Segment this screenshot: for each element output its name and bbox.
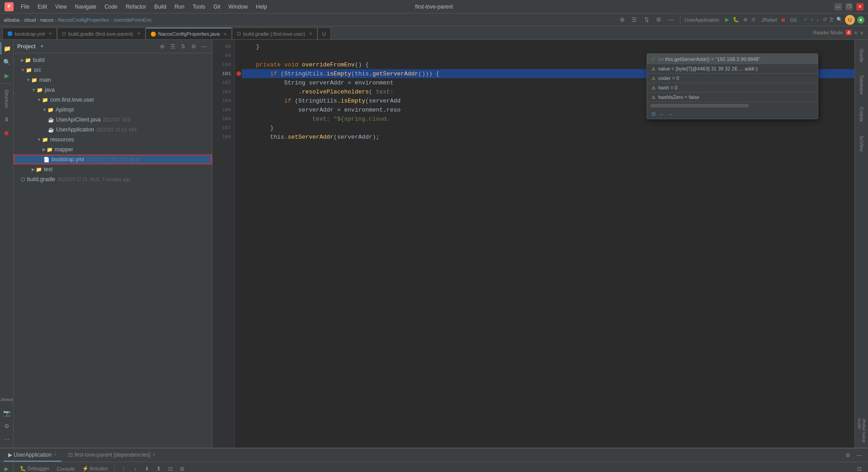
maximize-debug-btn[interactable]: ⊡ [854,464,864,472]
menu-tools[interactable]: Tools [189,3,209,11]
menu-git[interactable]: Git [210,3,224,11]
scroll-down-btn[interactable]: ↓ [130,464,140,472]
menu-edit[interactable]: Edit [34,3,51,11]
right-panel-database[interactable]: Database [856,71,867,98]
tab-nacos-config-close[interactable]: ✕ [223,32,227,37]
tree-item-test[interactable]: ▶ 📁 test [14,164,212,174]
breadcrumb-alibaba[interactable]: alibaba [4,17,19,23]
minimize-button[interactable]: — [835,3,842,10]
menu-file[interactable]: File [17,3,33,11]
activity-debug[interactable]: ⏸ [0,113,13,126]
coverage-icon[interactable]: ⊕ [743,17,747,23]
tree-item-userapplication[interactable]: ☕ UserApplication 2022/3/7 15:14, 643 [14,125,212,135]
tree-item-package[interactable]: ▼ 📁 com.first.love.user [14,95,212,105]
breadcrumb-cloud[interactable]: cloud [24,17,36,23]
sidebar-collapse-icon[interactable]: ☰ [168,42,177,51]
tree-item-main[interactable]: ▼ 📁 main [14,75,212,85]
scroll-up-btn[interactable]: ↑ [118,464,128,472]
tab-bootstrap-yml-close[interactable]: ✕ [48,31,52,36]
debug-tab-firstlove-close[interactable]: ✕ [152,452,156,457]
sidebar-minimize-icon[interactable]: — [199,42,208,51]
search-icon[interactable]: 🔍 [836,17,843,23]
tree-item-resources[interactable]: ▼ 📁 resources [14,135,212,145]
run-icon[interactable]: ▶ [725,17,729,23]
tree-item-src[interactable]: ▼ 📁 src [14,65,212,75]
reader-mode-arrow[interactable]: ∧ [854,30,858,36]
menu-window[interactable]: Window [225,3,251,11]
sidebar-settings-icon[interactable]: ⚙ [189,42,198,51]
activity-structure[interactable]: Structure [0,85,13,112]
git-refresh-icon[interactable]: ↺ [823,17,827,23]
tab-bootstrap-yml[interactable]: 🔵 bootstrap.yml ✕ [2,28,57,39]
breadcrumb-overridefromenv[interactable]: overrideFromEnv [113,17,151,23]
debug-resume-btn[interactable]: ▶ [2,464,12,472]
tree-item-apiimpl[interactable]: ▼ 📁 ApiImpl [14,105,212,115]
console-subtab[interactable]: Console [54,464,77,472]
debug-tab-firstlove[interactable]: ⊡ first-love-parent [dependencies] ✕ [64,449,160,462]
tree-item-buildgradle[interactable]: ⬡ build.gradle 2022/3/7 17:21, 60 B, 7 m… [14,174,212,184]
right-panel-sciview[interactable]: SciView [856,130,867,157]
menu-help[interactable]: Help [252,3,271,11]
close-button[interactable]: ✕ [856,3,863,10]
menu-view[interactable]: View [52,3,71,11]
actuator-subtab[interactable]: ⚡ Actuator [80,464,111,472]
tab-build-gradle-user-close[interactable]: ✕ [309,31,312,36]
breadcrumb-icon-3[interactable]: ⇅ [642,15,651,25]
activity-search[interactable]: 🔍 [0,56,13,68]
upload-btn[interactable]: ⬆ [154,464,164,472]
menu-build[interactable]: Build [151,3,170,11]
tooltip-nav-left[interactable]: ← [659,112,664,117]
breadcrumb-icon-2[interactable]: ☰ [629,15,639,25]
tree-item-java[interactable]: ▼ 📁 java [14,85,212,95]
debug-settings-icon[interactable]: ⚙ [843,450,853,460]
right-panel-gradle[interactable]: Gradle [856,42,867,69]
editor-area[interactable]: 98 99 100 101 102 103 104 105 106 107 10… [212,40,854,448]
activity-settings[interactable]: ⚙ [0,420,13,432]
tree-item-mapper[interactable]: ▶ 📁 mapper [14,145,212,154]
menu-navigate[interactable]: Navigate [71,3,100,11]
maximize-button[interactable]: ❐ [845,3,853,10]
debug-tab-userapplication-close[interactable]: ✕ [53,452,57,457]
debug-run-icon[interactable]: 🐛 [733,17,739,23]
options-btn[interactable]: ⊞ [177,464,187,472]
sidebar-locate-icon[interactable]: ⊕ [158,42,167,51]
menu-code[interactable]: Code [101,3,121,11]
tab-build-gradle-parent-close[interactable]: ✕ [137,31,141,36]
breadcrumb-icon-1[interactable]: ⊕ [617,15,627,25]
activity-run[interactable]: ▶ [0,69,13,82]
right-panel-jrebel[interactable]: JRebel Setup Guide [856,418,867,445]
activity-more[interactable]: ⋯ [0,433,13,445]
tab-build-gradle-parent[interactable]: ⬡ build.gradle (first-love-parent) ✕ [57,28,146,39]
tooltip-nav-right[interactable]: → [668,112,673,117]
menu-run[interactable]: Run [171,3,188,11]
stop-icon[interactable]: ⏹ [781,17,786,23]
panel-title-dropdown[interactable]: ▼ [40,44,44,49]
download-btn[interactable]: ⬇ [142,464,152,472]
sidebar-sort-icon[interactable]: ⇅ [179,42,188,51]
right-panel-codota[interactable]: Codota [856,101,867,128]
breadcrumb-nacos[interactable]: nacos [40,17,53,23]
tooltip-back-icon[interactable]: ⊡ [651,111,656,117]
debug-tab-userapplication[interactable]: ▶ UserApplication ✕ [4,449,61,462]
debug-minimize-icon[interactable]: — [854,450,864,460]
tree-item-bootstrap-yml[interactable]: 📄 bootstrap.yml 2022/3/7 17:50, 3.31 kB … [14,154,212,164]
activity-camera[interactable]: 📷 [0,407,13,419]
breadcrumb-icon-4[interactable]: ⚙ [654,15,664,25]
tree-item-userapiclient[interactable]: ☕ UserApiClient.java 2022/3/7 16:0 [14,115,212,125]
activity-project[interactable]: 📁 [0,42,13,55]
breadcrumb-icon-minus[interactable]: — [666,15,676,25]
menu-refactor[interactable]: Refactor [122,3,150,11]
tab-build-gradle-user[interactable]: ⬡ build.gradle (:first-love-user) ✕ [232,28,317,39]
avatar-icon[interactable]: U [845,15,855,25]
reader-mode-arrow-down[interactable]: ∨ [860,30,863,36]
tooltip-scrollbar[interactable] [651,104,814,107]
profile-icon[interactable]: ⊙ [751,17,755,23]
debugger-subtab[interactable]: 🐛 Debugger [17,464,52,472]
tab-u[interactable]: U [317,28,331,39]
activity-jrebel[interactable]: JRebel [0,393,13,406]
filter-btn[interactable]: ⊡ [165,464,175,472]
tree-item-build[interactable]: ▶ 📁 build [14,55,212,65]
breadcrumb-nacosconfigprops[interactable]: NacosConfigProperties [58,17,109,23]
tab-nacos-config[interactable]: 🟠 NacosConfigProperties.java ✕ [146,28,232,39]
translate-icon[interactable]: 文 [829,16,834,23]
